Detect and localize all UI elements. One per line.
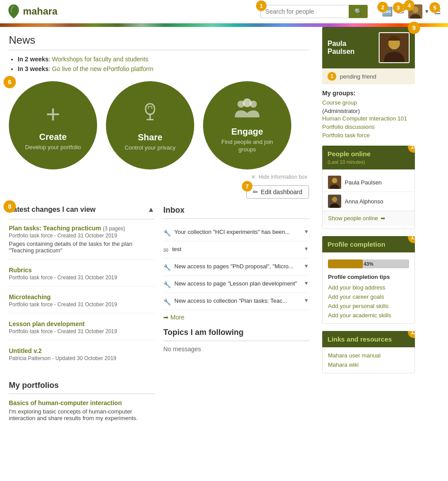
completion-tip-3[interactable]: Add your personal skills — [323, 301, 414, 311]
person-avatar-1 — [328, 176, 341, 189]
progress-label: 43% — [364, 261, 373, 267]
profile-completion-header: Profile completion — [322, 236, 415, 252]
inbox-divider — [163, 218, 309, 219]
news-link-1[interactable]: Workshops for faculty and students — [52, 56, 148, 63]
completion-tip-1[interactable]: Add your blog address — [323, 283, 414, 292]
inbox-item-content: 🔧 New access to pages "PhD proposal", "M… — [163, 263, 304, 271]
change-item: Microteaching Portfolio task force - Cre… — [9, 293, 154, 313]
nav-icons: 2 🔤 3 ✉ 1 4 — [382, 4, 441, 19]
group-link-2[interactable]: Human Computer Interaction 101 — [322, 115, 415, 122]
news-bold-1: In 2 weeks — [18, 56, 49, 63]
change-meta-4: Portfolio task force - Created 31 Octobe… — [9, 328, 154, 334]
inbox-item-1[interactable]: 🔧 Your collection "HCI experiments" has … — [163, 224, 309, 241]
change-pages-1: (3 pages) — [103, 225, 125, 232]
show-online-link[interactable]: Show people online ➡ — [323, 211, 414, 225]
latest-changes-header: Latest changes I can view ▲ — [9, 206, 154, 214]
change-item: Untitled v.2 Patricia Patterson - Update… — [9, 347, 154, 367]
create-icon: + — [46, 100, 60, 128]
svg-point-12 — [332, 178, 337, 183]
inbox-item-4[interactable]: 🔧 New access to page "Lesson plan develo… — [163, 276, 309, 293]
news-section: News In 2 weeks: Workshops for faculty a… — [9, 34, 309, 72]
step1-badge: 1 — [256, 0, 267, 11]
change-desc-1: Pages containing details of the tasks fo… — [9, 240, 154, 254]
pencil-icon: ✏ — [253, 188, 258, 195]
search-input[interactable] — [260, 5, 349, 18]
inbox-item-3[interactable]: 🔧 New access to pages "PhD proposal", "M… — [163, 259, 309, 276]
group-link-1[interactable]: Course group — [322, 99, 415, 106]
topnav: mahara 1 🔍 2 🔤 3 ✉ 1 4 — [0, 0, 448, 23]
people-online-widget: 10 People online (Last 10 minutes) P — [322, 146, 415, 229]
completion-tip-2[interactable]: Add your career goals — [323, 292, 414, 301]
arrow-circle-icon: ➡ — [380, 215, 385, 222]
inbox-item-2[interactable]: ✉ test ▼ — [163, 241, 309, 259]
create-subtitle: Develop your portfolio — [25, 144, 81, 151]
inbox-item-5[interactable]: 🔧 New access to collection "Plan tasks: … — [163, 293, 309, 310]
list-item: In 2 weeks: Workshops for faculty and st… — [18, 56, 309, 63]
info-box-wrapper: 6 + Create Develop your portfolio — [9, 81, 309, 169]
profile-name: Paula Paulsen — [328, 40, 373, 56]
pending-badge: 1 — [328, 72, 336, 81]
resource-link-2[interactable]: Mahara wiki — [323, 360, 414, 369]
completion-tip-4[interactable]: Add your academic skills — [323, 311, 414, 320]
create-circle[interactable]: + Create Develop your portfolio — [9, 81, 97, 169]
engage-circle[interactable]: Engage Find people and join groups — [203, 81, 291, 169]
profile-avatar — [379, 32, 410, 63]
step6-badge: 6 — [4, 76, 16, 88]
envelope-icon: ✉ — [163, 247, 169, 254]
chevron-down-icon: ▼ — [304, 229, 309, 235]
inbox-text-1: Your collection "HCI experiments" has be… — [174, 229, 290, 235]
news-divider — [9, 50, 309, 50]
change-title-5[interactable]: Untitled v.2 — [9, 347, 41, 354]
search-area: 🔍 — [260, 5, 368, 18]
people-online-title: People online — [328, 150, 371, 158]
profile-completion-widget: 11 Profile completion 43% Profile comple… — [322, 236, 415, 324]
two-col-layout: 8 Latest changes I can view ▲ Plan tasks… — [9, 206, 309, 421]
sidebar: 9 Paula Paulsen 1 pending friend — [318, 27, 419, 428]
my-groups-title: My groups: — [322, 90, 415, 97]
group-link-3[interactable]: Portfolio discussions — [322, 124, 415, 130]
change-title-1[interactable]: Plan tasks: Teaching practicum — [9, 225, 101, 232]
engage-icon — [234, 97, 260, 123]
group-link-4[interactable]: Portfolio task force — [322, 132, 415, 139]
chevron-down-icon: ▼ — [304, 280, 309, 286]
hide-info-box[interactable]: ✕ Hide information box — [9, 174, 309, 180]
main-container: News In 2 weeks: Workshops for faculty a… — [0, 27, 448, 428]
collapse-button[interactable]: ▲ — [147, 206, 154, 214]
logo[interactable]: mahara — [7, 4, 57, 19]
edit-dashboard-button[interactable]: ✏ Edit dashboard — [246, 185, 309, 199]
arrow-right-icon: ➡ — [163, 314, 169, 321]
list-item: In 3 weeks: Go live of the new ePortfoli… — [18, 65, 309, 72]
step5-badge: 5 — [429, 2, 440, 13]
news-list: In 2 weeks: Workshops for faculty and st… — [9, 56, 309, 72]
change-title-3[interactable]: Microteaching — [9, 293, 51, 301]
change-title-4[interactable]: Lesson plan development — [9, 320, 85, 327]
share-icon — [138, 99, 162, 129]
latest-changes-divider — [9, 219, 154, 219]
online-person-1: Paula Paulsen — [323, 173, 414, 192]
resource-link-1[interactable]: Mahara user manual — [323, 351, 414, 360]
links-resources-body: Mahara user manual Mahara wiki — [322, 347, 415, 373]
svg-point-7 — [243, 98, 252, 107]
svg-point-14 — [332, 197, 337, 202]
profile-box: Paula Paulsen — [322, 27, 415, 68]
share-circle[interactable]: Share Control your privacy — [106, 81, 194, 169]
search-button[interactable]: 🔍 — [349, 5, 368, 18]
change-title-2[interactable]: Rubrics — [9, 267, 32, 274]
links-resources-widget: 12 Links and resources Mahara user manua… — [322, 331, 415, 373]
my-portfolios-section: My portfolios Basics of human-computer i… — [9, 381, 154, 421]
pending-box: 1 pending friend — [322, 68, 415, 84]
news-link-2[interactable]: Go live of the new ePortfolio platform — [52, 65, 154, 72]
logo-text: mahara — [23, 6, 57, 17]
profile-completion-body: 43% Profile completion tips Add your blo… — [322, 252, 415, 324]
left-column: 8 Latest changes I can view ▲ Plan tasks… — [9, 206, 154, 421]
hide-info-label: Hide information box — [259, 174, 307, 180]
pending-text: pending friend — [340, 73, 376, 80]
progress-bar-container: 43% — [328, 259, 409, 268]
my-groups-section: My groups: Course group (Administrator) … — [322, 90, 415, 139]
step3-badge: 3 — [393, 2, 403, 13]
change-meta-5: Patricia Patterson - Updated 30 October … — [9, 355, 154, 361]
portfolio-title-1[interactable]: Basics of human-computer interaction — [9, 399, 122, 406]
more-link[interactable]: ➡ More — [163, 314, 309, 321]
chevron-down-icon: ▼ — [304, 263, 309, 269]
search-icon: 🔍 — [354, 8, 362, 15]
